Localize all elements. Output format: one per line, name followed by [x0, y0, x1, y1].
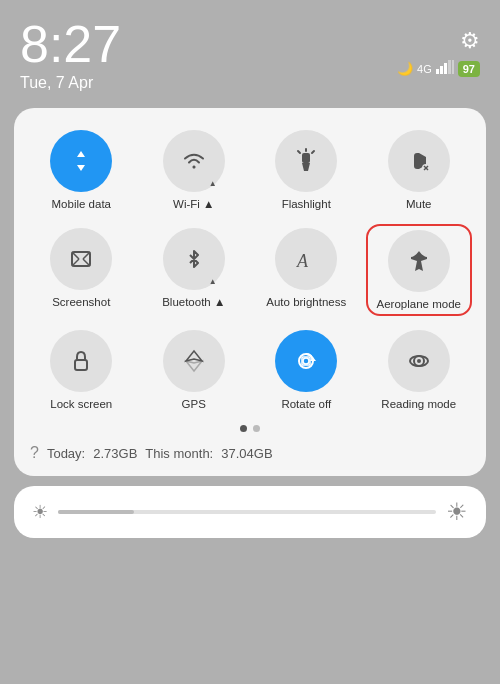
- svg-rect-2: [444, 63, 447, 74]
- gear-icon[interactable]: ⚙: [460, 28, 480, 54]
- auto-brightness-icon: A: [275, 228, 337, 290]
- wifi-icon: ▲: [163, 130, 225, 192]
- brightness-high-icon: ☀: [446, 498, 468, 526]
- battery-indicator: 97: [458, 61, 480, 77]
- svg-point-27: [417, 359, 421, 363]
- tile-auto-brightness[interactable]: A Auto brightness: [253, 224, 360, 316]
- screenshot-label: Screenshot: [52, 296, 110, 310]
- svg-rect-20: [75, 360, 87, 370]
- svg-rect-0: [436, 69, 439, 74]
- tile-reading-mode[interactable]: Reading mode: [366, 326, 473, 414]
- status-bar: 8:27 Tue, 7 Apr ⚙ 🌙 4G 97: [0, 0, 500, 100]
- clock: 8:27: [20, 18, 121, 70]
- tile-flashlight[interactable]: Flashlight: [253, 126, 360, 214]
- tile-lock-screen[interactable]: Lock screen: [28, 326, 135, 414]
- svg-line-18: [83, 259, 90, 266]
- svg-line-15: [72, 252, 79, 259]
- month-label: This month:: [145, 446, 213, 461]
- rotate-off-icon: [275, 330, 337, 392]
- info-icon: ?: [30, 444, 39, 462]
- wifi-label: Wi-Fi ▲: [173, 198, 214, 212]
- bluetooth-icon: ▲: [163, 228, 225, 290]
- bluetooth-label: Bluetooth ▲: [162, 296, 225, 310]
- signal-4g-icon: 4G: [417, 63, 432, 75]
- aeroplane-mode-icon: [388, 230, 450, 292]
- tile-bluetooth[interactable]: ▲ Bluetooth ▲: [141, 224, 248, 316]
- gps-icon: [163, 330, 225, 392]
- tile-wifi[interactable]: ▲ Wi-Fi ▲: [141, 126, 248, 214]
- svg-point-5: [192, 166, 195, 169]
- brightness-low-icon: ☀: [32, 501, 48, 523]
- svg-text:A: A: [296, 251, 309, 271]
- signal-bars-icon: [436, 60, 454, 77]
- wifi-indicator: ▲: [209, 179, 217, 188]
- mobile-data-icon: [50, 130, 112, 192]
- svg-line-16: [83, 252, 90, 259]
- status-icons: 🌙 4G 97: [397, 60, 480, 77]
- lock-screen-icon: [50, 330, 112, 392]
- tile-mute[interactable]: Mute: [366, 126, 473, 214]
- svg-rect-6: [302, 153, 310, 163]
- flashlight-icon: [275, 130, 337, 192]
- data-usage-row: ? Today: 2.73GB This month: 37.04GB: [28, 440, 472, 462]
- moon-icon: 🌙: [397, 61, 413, 76]
- tile-aeroplane-mode[interactable]: Aeroplane mode: [366, 224, 473, 316]
- status-right: ⚙ 🌙 4G 97: [397, 18, 480, 77]
- reading-mode-icon: [388, 330, 450, 392]
- auto-brightness-label: Auto brightness: [266, 296, 346, 310]
- aeroplane-mode-label: Aeroplane mode: [377, 298, 461, 312]
- mobile-data-label: Mobile data: [52, 198, 111, 212]
- tiles-grid: Mobile data ▲ Wi-Fi ▲: [28, 126, 472, 413]
- mute-label: Mute: [406, 198, 432, 212]
- svg-line-10: [312, 151, 314, 153]
- svg-rect-1: [440, 66, 443, 74]
- rotate-off-label: Rotate off: [281, 398, 331, 412]
- quick-panel: Mobile data ▲ Wi-Fi ▲: [14, 108, 486, 476]
- today-value: 2.73GB: [93, 446, 137, 461]
- tile-screenshot[interactable]: Screenshot: [28, 224, 135, 316]
- svg-rect-4: [452, 60, 454, 74]
- svg-rect-3: [448, 60, 451, 74]
- today-label: Today:: [47, 446, 85, 461]
- dot-1: [240, 425, 247, 432]
- svg-line-9: [298, 151, 300, 153]
- mute-icon: [388, 130, 450, 192]
- tile-mobile-data[interactable]: Mobile data: [28, 126, 135, 214]
- tile-rotate-off[interactable]: Rotate off: [253, 326, 360, 414]
- tile-gps[interactable]: GPS: [141, 326, 248, 414]
- brightness-track[interactable]: [58, 510, 436, 514]
- svg-line-17: [72, 259, 79, 266]
- page-dots: [28, 425, 472, 432]
- date: Tue, 7 Apr: [20, 74, 121, 92]
- reading-mode-label: Reading mode: [381, 398, 456, 412]
- screenshot-icon: [50, 228, 112, 290]
- svg-point-23: [303, 358, 309, 364]
- brightness-fill: [58, 510, 134, 514]
- svg-marker-7: [302, 163, 310, 171]
- dot-2: [253, 425, 260, 432]
- gps-label: GPS: [182, 398, 206, 412]
- flashlight-label: Flashlight: [282, 198, 331, 212]
- lock-screen-label: Lock screen: [50, 398, 112, 412]
- brightness-bar[interactable]: ☀ ☀: [14, 486, 486, 538]
- month-value: 37.04GB: [221, 446, 272, 461]
